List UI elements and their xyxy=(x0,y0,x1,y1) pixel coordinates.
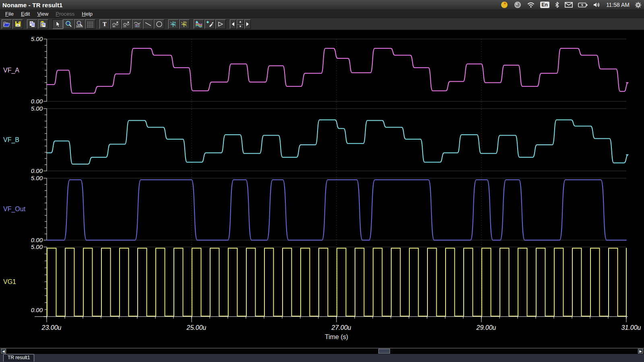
save-button[interactable] xyxy=(12,19,23,29)
y-min-label-VF_A: 0.00 xyxy=(31,98,43,105)
open-button[interactable] xyxy=(2,19,12,29)
volume-icon[interactable] xyxy=(593,2,601,8)
cursor-a-button[interactable]: a xyxy=(168,19,179,29)
x-axis-title: Time (s) xyxy=(325,333,348,340)
signal-label-vf_out: VF_Out xyxy=(3,206,26,213)
waveform-vf_b xyxy=(47,120,628,164)
signal-label-vf_a: VF_A xyxy=(3,67,19,74)
menu-file[interactable]: File xyxy=(2,10,17,17)
svg-text:a: a xyxy=(114,25,115,27)
scroll-thumb[interactable] xyxy=(378,349,390,354)
y-min-label-VF_Out: 0.00 xyxy=(31,237,43,243)
nav-spinner[interactable]: ▲ ▼ xyxy=(237,19,244,29)
update-icon[interactable] xyxy=(514,1,522,9)
mail-icon[interactable] xyxy=(565,2,573,8)
clock[interactable]: 11:58 AM xyxy=(606,2,630,8)
y-max-label-VF_A: 5.00 xyxy=(31,35,43,42)
toolbar: 100% T a ? a b xyxy=(0,18,644,30)
zoom-out-100-button[interactable]: 100% xyxy=(74,19,85,29)
nav-left-button[interactable] xyxy=(230,19,236,29)
y-min-label-VG1: 0.00 xyxy=(31,306,43,313)
window-title: Noname - TR result1 xyxy=(2,2,63,8)
waveform-vg1 xyxy=(47,248,626,316)
waveform-vf_a xyxy=(47,48,628,93)
title-bar: Noname - TR result1 En 11:58 AM xyxy=(0,0,644,10)
svg-text:b: b xyxy=(185,21,187,24)
x-tick-label-31.00u: 31.00u xyxy=(621,324,641,331)
keyboard-layout-indicator[interactable]: En xyxy=(540,2,549,8)
bluetooth-icon[interactable] xyxy=(555,2,559,8)
paste-button[interactable] xyxy=(38,19,48,29)
menu-process[interactable]: Process xyxy=(52,10,78,17)
x-tick-label-23.00u: 23.00u xyxy=(41,324,62,331)
text-tool-button[interactable]: T xyxy=(99,19,110,29)
curve-legend-button[interactable] xyxy=(132,19,142,29)
scroll-left-button[interactable]: ◀ xyxy=(1,349,6,354)
nav-down-button[interactable]: ▼ xyxy=(237,24,244,29)
y-max-label-VF_Out: 5.00 xyxy=(31,175,43,181)
waveform-plot-area[interactable]: 5.000.00VF_A5.000.00VF_B5.000.00VF_Out5.… xyxy=(0,30,644,348)
menu-edit[interactable]: Edit xyxy=(17,10,33,17)
signal-label-vf_b: VF_B xyxy=(3,136,19,144)
app-icon[interactable] xyxy=(500,1,508,9)
y-max-label-VF_B: 5.00 xyxy=(31,105,43,112)
signal-label-vg1: VG1 xyxy=(3,278,16,285)
y-max-label-VG1: 5.00 xyxy=(31,243,43,250)
scroll-right-button[interactable]: ▶ xyxy=(638,349,643,354)
menu-help[interactable]: Help xyxy=(78,10,96,17)
curve-label-a-button[interactable]: a xyxy=(110,19,121,29)
copy-button[interactable] xyxy=(27,19,37,29)
menu-view[interactable]: View xyxy=(33,10,52,17)
battery-icon[interactable] xyxy=(578,2,588,8)
add-curves-button[interactable] xyxy=(194,19,204,29)
system-tray: En 11:58 AM xyxy=(500,0,642,10)
wifi-icon[interactable] xyxy=(527,2,535,8)
session-gear-icon[interactable] xyxy=(635,2,642,8)
plot-svg: 5.000.00VF_A5.000.00VF_B5.000.00VF_Out5.… xyxy=(0,30,644,348)
select-cursor-button[interactable] xyxy=(52,19,63,29)
svg-text:T: T xyxy=(103,21,107,27)
menu-bar: FileEditViewProcessHelp xyxy=(0,10,644,18)
curve-label-q-button[interactable]: ? xyxy=(121,19,132,29)
y-min-label-VF_B: 0.00 xyxy=(31,167,43,174)
zoom-100-label: 100% xyxy=(76,25,83,28)
horizontal-scrollbar[interactable]: ◀ ▶ xyxy=(0,348,644,354)
nav-right-button[interactable] xyxy=(244,19,251,29)
play-button[interactable] xyxy=(215,19,226,29)
x-tick-label-29.00u: 29.00u xyxy=(476,324,496,331)
tab-bar: TR result1 xyxy=(0,354,644,362)
grid-button[interactable] xyxy=(85,19,95,29)
line-tool-button[interactable] xyxy=(143,19,153,29)
x-tick-label-25.00u: 25.00u xyxy=(186,324,206,331)
probe-picker-button[interactable] xyxy=(204,19,215,29)
x-tick-label-27.00u: 27.00u xyxy=(331,324,351,331)
ellipse-tool-button[interactable] xyxy=(154,19,164,29)
tab-tr-result1[interactable]: TR result1 xyxy=(3,354,34,362)
zoom-in-button[interactable] xyxy=(63,19,74,29)
nav-up-button[interactable]: ▲ xyxy=(237,19,244,24)
svg-text:a: a xyxy=(174,21,176,24)
app-window: { "window": { "title": "Noname - TR resu… xyxy=(0,0,644,362)
cursor-b-button[interactable]: b xyxy=(179,19,190,29)
